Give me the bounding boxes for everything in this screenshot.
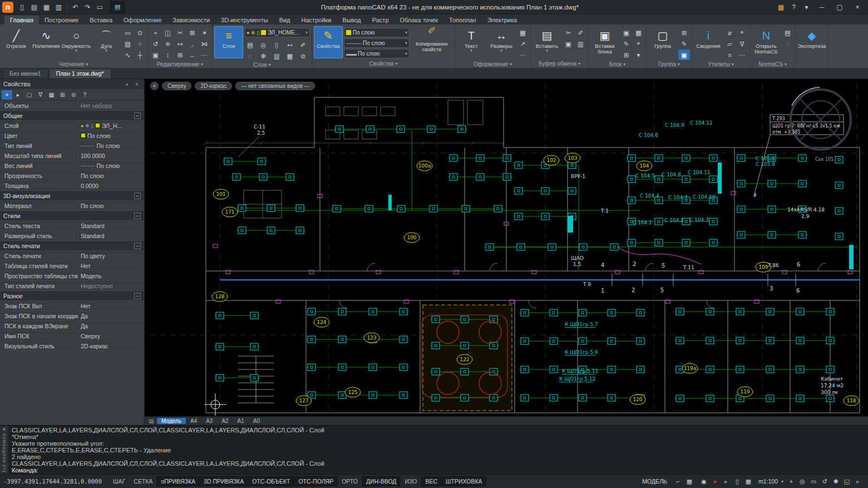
ribbon-tab[interactable]: Вставка xyxy=(84,16,118,24)
quick-select-icon[interactable]: ▦ xyxy=(46,90,57,100)
join-icon[interactable]: ⋈ xyxy=(199,38,210,49)
block-attributes-icon[interactable]: ⊞ xyxy=(620,50,632,60)
explode-icon[interactable]: ✶ xyxy=(199,27,210,38)
dimensions-button[interactable]: ↔ Размеры ▾ xyxy=(487,26,516,58)
linetype-combo[interactable]: ——— По слою ▾ xyxy=(344,38,410,48)
info-button[interactable]: i Сведения xyxy=(694,26,723,58)
cut-icon[interactable]: ✂ xyxy=(563,27,574,38)
spline-icon[interactable]: ∿ xyxy=(122,50,134,60)
settings-icon[interactable]: ✱ xyxy=(831,477,840,486)
status-toggle[interactable]: ВЕС xyxy=(421,476,441,486)
history-icon[interactable]: ↺ xyxy=(820,477,829,486)
property-value[interactable]: ●✻▯ЭЛ_Н... xyxy=(78,121,144,130)
polyline-button[interactable]: ∿ Полилиния xyxy=(32,26,61,58)
panel-label-blok[interactable]: Блок▾ xyxy=(590,60,644,68)
ribbon-tab[interactable]: Растр xyxy=(367,16,394,24)
util-more-icon[interactable]: ⋯ xyxy=(736,50,748,60)
property-value[interactable]: 0.0000 xyxy=(78,181,144,190)
document-tab-unnamed[interactable]: Без имени1 xyxy=(2,68,48,78)
property-value[interactable]: ———По слою xyxy=(78,161,144,170)
property-value[interactable]: Недоступно xyxy=(78,281,144,290)
calculator-icon[interactable]: ⊞ xyxy=(57,90,68,100)
point-icon[interactable]: ⊙ xyxy=(134,27,146,38)
fullscreen-icon[interactable]: ◱ xyxy=(842,477,851,486)
line-button[interactable]: ╱ Отрезок xyxy=(2,26,31,58)
arc-button[interactable]: ⌒ Дуга ▾ xyxy=(92,26,121,58)
layout-tab[interactable]: А0 xyxy=(249,418,264,424)
hatch-icon[interactable]: ▨ xyxy=(122,38,134,49)
command-prompt[interactable]: Команда: xyxy=(12,467,865,474)
mirror-icon[interactable]: ◫ xyxy=(162,27,174,38)
panel-close-icon[interactable]: × xyxy=(133,81,141,87)
cad-canvas[interactable]: 101171100а100102103104109128124123122125… xyxy=(145,79,868,416)
view-direction-pill[interactable]: Сверху xyxy=(162,82,191,90)
help-icon[interactable]: ? xyxy=(788,2,800,13)
extend-icon[interactable]: ↦ xyxy=(174,38,186,49)
status-toggle[interactable]: ШТРИХОВКА xyxy=(442,476,486,486)
circle-button[interactable]: ○ Окружность ▾ xyxy=(62,26,91,58)
ucs-icon[interactable]: ⌐ xyxy=(674,477,683,486)
maximize-button[interactable]: ▢ xyxy=(831,1,848,13)
trim-icon[interactable]: ✂ xyxy=(174,27,186,38)
layer-freeze-icon[interactable]: ✻ xyxy=(258,51,269,61)
property-value[interactable]: По слою xyxy=(78,201,144,210)
group-add-icon[interactable]: ⊞ xyxy=(678,27,690,38)
array-icon[interactable]: ⊞ xyxy=(174,50,186,60)
property-value[interactable]: Сверху xyxy=(78,331,144,341)
space-mode-button[interactable]: МОДЕЛЬ xyxy=(639,477,670,486)
layer-off-icon[interactable]: ◌ xyxy=(244,51,256,61)
document-tab-plan[interactable]: План 1 этаж.dwg* xyxy=(49,68,111,78)
layer-match-icon[interactable]: ✐ xyxy=(297,40,309,50)
group-button[interactable]: ▢ Группа xyxy=(648,26,677,58)
layout-tab[interactable]: А3 xyxy=(201,418,217,424)
property-value[interactable]: Standard xyxy=(78,221,144,230)
ribbon-tab[interactable]: Электрика xyxy=(482,16,523,24)
status-toggle[interactable]: ОТС-ОБЪЕКТ xyxy=(248,476,294,486)
properties-section[interactable]: Стили− xyxy=(0,211,144,221)
property-value[interactable]: ———По слою xyxy=(78,141,144,150)
match-properties-button[interactable]: ✐ Копирование свойств xyxy=(411,26,453,57)
property-value[interactable]: По цвету xyxy=(78,251,144,260)
app-logo-icon[interactable]: n xyxy=(2,2,13,13)
zoom-icon[interactable]: ◎ xyxy=(798,477,807,486)
normacs-button[interactable]: N Открыть NormaCS xyxy=(752,26,781,58)
norma-search-icon[interactable]: ◌ xyxy=(782,38,793,49)
command-close-icon[interactable]: × xyxy=(3,426,6,432)
copy-clip-icon[interactable]: ▣ xyxy=(563,38,574,49)
layout-tab[interactable]: Модель xyxy=(157,418,186,424)
ribbon-tab[interactable]: Вывод xyxy=(337,16,366,24)
viewports-icon[interactable]: ▦ xyxy=(685,477,694,486)
construction-line-icon[interactable]: ┼ xyxy=(134,50,146,60)
offset-icon[interactable]: ≋ xyxy=(162,38,174,49)
pan-icon[interactable]: + xyxy=(787,477,796,486)
select-append-icon[interactable]: + xyxy=(2,90,12,100)
erase-icon[interactable]: ⊠ xyxy=(186,27,198,38)
ribbon-tab[interactable]: Построение xyxy=(39,16,84,24)
base-point-icon[interactable]: ⌖ xyxy=(633,38,644,49)
panel-label-bufer[interactable]: Буфер обмена▾ xyxy=(532,60,586,68)
text-button[interactable]: Т Текст ▾ xyxy=(457,26,486,58)
status-toggle[interactable]: ШАГ xyxy=(109,476,129,486)
panel-label-normacs[interactable]: NormaCS▾ xyxy=(752,60,793,68)
property-value[interactable]: Да xyxy=(78,311,144,321)
isolate-objects-icon[interactable]: ● xyxy=(711,477,719,486)
panel-label-cherchenie[interactable]: Черчение▾ xyxy=(2,60,146,68)
ribbon-tab[interactable]: Оформление xyxy=(118,16,167,24)
collapse-icon[interactable]: − xyxy=(134,193,141,199)
status-toggle[interactable]: 3D ПРИВЯЗКА xyxy=(200,476,248,486)
property-value[interactable]: Нет набора xyxy=(78,101,144,110)
viewport-icon[interactable]: ▭ xyxy=(94,2,106,13)
property-value[interactable]: Нет xyxy=(78,301,144,310)
area-icon[interactable]: ▱ xyxy=(724,38,736,49)
properties-button[interactable]: ✎ Свойства xyxy=(314,26,343,58)
collapse-icon[interactable]: − xyxy=(134,213,141,219)
property-value[interactable]: 100.0000 xyxy=(78,151,144,160)
property-value[interactable]: Standard xyxy=(78,231,144,240)
open-icon[interactable]: ▤ xyxy=(28,2,40,13)
select-cursor-icon[interactable]: ▸ xyxy=(13,90,23,100)
rotate-icon[interactable]: ↺ xyxy=(150,38,161,49)
scale-button[interactable]: m1:100 xyxy=(756,477,780,486)
rectangle-icon[interactable]: ▭ xyxy=(122,27,134,38)
edit-block-icon[interactable]: ✎ xyxy=(620,38,632,49)
layer-previous-icon[interactable]: ↤ xyxy=(284,40,295,50)
